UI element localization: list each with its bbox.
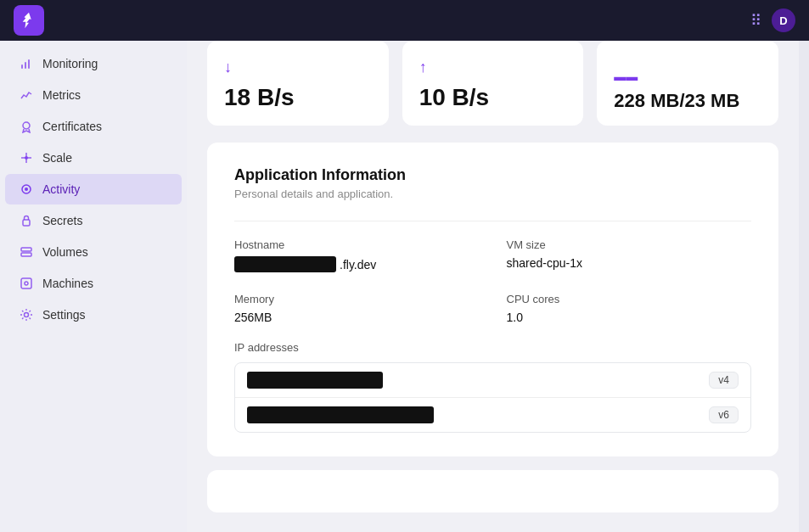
- right-edge-panel: [799, 41, 809, 532]
- stat-card-download: ↓ 18 B/s: [207, 41, 389, 126]
- stat-memory-value: 228 MB/23 MB: [614, 90, 761, 112]
- download-icon: ↓: [224, 59, 232, 76]
- memory-value: 256MB: [234, 311, 480, 324]
- bottom-card: [207, 470, 778, 512]
- settings-icon: [19, 307, 34, 322]
- memory-icon: ▬▬: [614, 70, 638, 83]
- svg-rect-10: [21, 278, 31, 288]
- ip-v6-redacted: [247, 406, 434, 423]
- secrets-icon: [19, 213, 34, 228]
- sidebar-item-secrets-label: Secrets: [42, 214, 82, 227]
- svg-rect-9: [21, 253, 31, 256]
- volumes-icon: [19, 244, 34, 260]
- ip-row-v4: v4: [235, 363, 750, 398]
- svg-rect-0: [21, 64, 23, 69]
- main-layout: Monitoring Metrics Certificates: [0, 41, 809, 532]
- svg-rect-1: [25, 62, 26, 69]
- cpu-cores-field: CPU cores 1.0: [507, 293, 752, 324]
- vm-size-label: VM size: [507, 238, 752, 251]
- sidebar: Monitoring Metrics Certificates: [0, 41, 187, 532]
- hostname-label: Hostname: [234, 238, 480, 251]
- svg-rect-2: [28, 59, 30, 69]
- vm-size-value: shared-cpu-1x: [507, 256, 752, 270]
- grid-icon[interactable]: ⠿: [750, 11, 761, 30]
- sidebar-item-scale[interactable]: Scale: [5, 143, 182, 173]
- metrics-icon: [19, 87, 34, 103]
- sidebar-item-volumes[interactable]: Volumes: [5, 237, 182, 267]
- machines-icon: [19, 276, 34, 291]
- sidebar-item-monitoring[interactable]: Monitoring: [5, 48, 182, 79]
- info-grid: Hostname .fly.dev VM size shared-cpu-1x …: [234, 238, 751, 324]
- sidebar-item-secrets[interactable]: Secrets: [5, 205, 182, 236]
- cpu-cores-label: CPU cores: [507, 293, 752, 305]
- sidebar-item-settings-label: Settings: [42, 308, 86, 322]
- app-info-card: Application Information Personal details…: [207, 143, 778, 456]
- svg-point-3: [23, 122, 30, 129]
- scale-icon: [19, 150, 34, 165]
- topbar: ⠿ D: [0, 0, 809, 41]
- svg-rect-7: [23, 220, 30, 226]
- certificates-icon: [19, 119, 34, 134]
- sidebar-item-metrics-label: Metrics: [42, 88, 81, 102]
- sidebar-item-settings[interactable]: Settings: [5, 300, 182, 330]
- sidebar-item-monitoring-label: Monitoring: [42, 57, 98, 70]
- sidebar-item-scale-label: Scale: [42, 151, 72, 165]
- hostname-redacted: [234, 256, 336, 272]
- hostname-field: Hostname .fly.dev: [234, 238, 480, 272]
- svg-point-6: [25, 188, 28, 191]
- logo[interactable]: [14, 5, 44, 36]
- vm-size-field: VM size shared-cpu-1x: [507, 238, 752, 272]
- hostname-value: .fly.dev: [234, 256, 480, 272]
- stat-card-memory: ▬▬ 228 MB/23 MB: [597, 41, 778, 126]
- svg-point-11: [25, 282, 28, 285]
- sidebar-item-metrics[interactable]: Metrics: [5, 80, 182, 110]
- svg-point-12: [25, 313, 29, 317]
- stat-upload-value: 10 B/s: [419, 83, 567, 112]
- memory-label: Memory: [234, 293, 480, 305]
- sidebar-item-machines-label: Machines: [42, 277, 93, 290]
- upload-icon: ↑: [419, 59, 427, 76]
- hostname-suffix: .fly.dev: [340, 258, 376, 272]
- svg-point-4: [25, 156, 28, 160]
- ip-addresses-section: IP addresses v4 v6: [234, 341, 751, 433]
- logo-icon: [14, 5, 44, 36]
- sidebar-item-certificates-label: Certificates: [42, 120, 102, 133]
- stat-card-upload: ↑ 10 B/s: [402, 41, 584, 126]
- ip-v6-badge: v6: [709, 406, 739, 423]
- avatar[interactable]: D: [772, 8, 795, 32]
- sidebar-item-machines[interactable]: Machines: [5, 268, 182, 299]
- sidebar-item-activity[interactable]: Activity: [5, 174, 182, 204]
- activity-icon: [19, 182, 34, 197]
- monitoring-icon: [19, 56, 34, 71]
- ip-addresses-label: IP addresses: [234, 341, 751, 354]
- ip-table: v4 v6: [234, 362, 751, 433]
- sidebar-item-volumes-label: Volumes: [42, 245, 88, 259]
- stats-row: ↓ 18 B/s ↑ 10 B/s ▬▬ 228 MB/23 MB: [207, 41, 778, 126]
- topbar-right: ⠿ D: [750, 8, 795, 32]
- sidebar-item-activity-label: Activity: [42, 182, 80, 196]
- ip-row-v6: v6: [235, 398, 750, 432]
- app-info-subtitle: Personal details and application.: [234, 188, 751, 200]
- stat-download-value: 18 B/s: [224, 83, 372, 112]
- app-info-title: Application Information: [234, 166, 751, 184]
- ip-v4-badge: v4: [709, 372, 739, 389]
- sidebar-item-certificates[interactable]: Certificates: [5, 111, 182, 142]
- content-area: ↓ 18 B/s ↑ 10 B/s ▬▬ 228 MB/23 MB Applic…: [187, 41, 799, 532]
- cpu-cores-value: 1.0: [507, 311, 752, 324]
- memory-field: Memory 256MB: [234, 293, 480, 324]
- ip-v4-redacted: [247, 372, 383, 389]
- info-divider: [234, 221, 751, 221]
- svg-rect-8: [21, 248, 31, 251]
